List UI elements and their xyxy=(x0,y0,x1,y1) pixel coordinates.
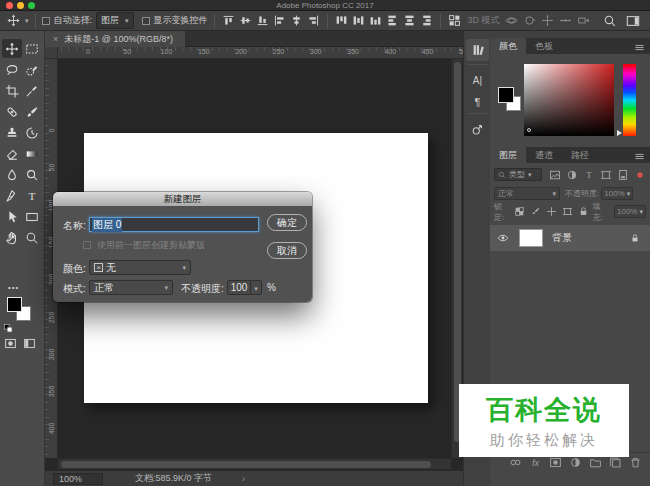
gradient-tool[interactable] xyxy=(22,144,42,163)
move-icon[interactable] xyxy=(7,14,20,27)
history-brush-tool[interactable] xyxy=(22,123,42,142)
show-transform-checkbox[interactable] xyxy=(142,17,150,25)
tab-channels[interactable]: 通道 xyxy=(526,147,562,163)
close-window-button[interactable] xyxy=(6,2,13,9)
clone-stamp-tool[interactable] xyxy=(2,123,22,142)
hue-slider-pointer[interactable] xyxy=(617,130,622,136)
type-tool[interactable]: T xyxy=(22,186,42,205)
spot-heal-tool[interactable] xyxy=(2,102,22,121)
path-select-tool[interactable] xyxy=(2,207,22,226)
dodge-tool[interactable] xyxy=(22,165,42,184)
marquee-tool[interactable] xyxy=(22,39,42,58)
threed-camera-icon[interactable] xyxy=(576,13,591,28)
smart-filter-icon[interactable] xyxy=(616,168,629,181)
distribute-right-icon[interactable] xyxy=(419,13,434,28)
layer-visibility-eye-icon[interactable] xyxy=(497,232,509,244)
layer-group-icon[interactable] xyxy=(589,456,602,469)
lock-transparent-icon[interactable] xyxy=(514,206,526,218)
zoom-window-button[interactable] xyxy=(28,2,35,9)
lock-paint-icon[interactable] xyxy=(530,206,542,218)
align-horizontal-centers-icon[interactable] xyxy=(289,13,304,28)
eraser-tool[interactable] xyxy=(2,144,22,163)
hue-slider[interactable] xyxy=(623,64,636,136)
filter-toggle-icon[interactable] xyxy=(633,168,646,181)
foreground-color-swatch[interactable] xyxy=(7,297,22,312)
align-top-edges-icon[interactable] xyxy=(221,13,236,28)
panel-paragraph-button[interactable]: ¶ xyxy=(466,91,489,113)
panel-clone-source-button[interactable] xyxy=(466,119,489,141)
pen-tool[interactable] xyxy=(2,186,22,205)
quick-select-tool[interactable] xyxy=(22,60,42,79)
panel-character-button[interactable]: A| xyxy=(466,69,489,91)
close-tab-icon[interactable]: × xyxy=(53,34,58,44)
panel-libraries-button[interactable] xyxy=(466,39,489,61)
brush-tool[interactable] xyxy=(22,102,42,121)
layer-opacity-field[interactable]: 100% ▾ xyxy=(601,187,633,200)
align-left-edges-icon[interactable] xyxy=(272,13,287,28)
horizontal-scrollbar-thumb[interactable] xyxy=(61,461,431,468)
shape-filter-icon[interactable] xyxy=(599,168,612,181)
edit-toolbar-dots[interactable]: ••• xyxy=(8,283,19,292)
adjust-filter-icon[interactable] xyxy=(565,168,578,181)
layer-styles-icon[interactable]: fx xyxy=(529,456,542,469)
hand-tool[interactable] xyxy=(2,228,22,247)
color-panel-menu-icon[interactable] xyxy=(634,42,645,53)
align-right-edges-icon[interactable] xyxy=(306,13,321,28)
adjustment-layer-icon[interactable] xyxy=(569,456,582,469)
dialog-title[interactable]: 新建图层 xyxy=(53,192,312,206)
horizontal-scrollbar[interactable] xyxy=(58,458,451,469)
search-icon[interactable] xyxy=(602,13,617,28)
link-layers-icon[interactable] xyxy=(509,456,522,469)
clipping-mask-checkbox[interactable] xyxy=(83,241,91,249)
distribute-hcenter-icon[interactable] xyxy=(402,13,417,28)
type-filter-icon[interactable]: T xyxy=(582,168,595,181)
lock-move-icon[interactable] xyxy=(546,206,558,218)
zoom-tool[interactable] xyxy=(22,228,42,247)
tab-color[interactable]: 颜色 xyxy=(490,38,526,54)
align-vertical-centers-icon[interactable] xyxy=(238,13,253,28)
distribute-left-icon[interactable] xyxy=(385,13,400,28)
shape-tool[interactable] xyxy=(22,207,42,226)
blend-mode-dropdown[interactable]: 正常 ▾ xyxy=(494,187,560,200)
threed-roll-icon[interactable] xyxy=(522,13,537,28)
blend-mode-dialog-dropdown[interactable]: 正常 ▾ xyxy=(89,280,173,295)
default-colors-icon[interactable] xyxy=(4,324,13,333)
tool-preset-chevron-icon[interactable]: ▾ xyxy=(25,17,29,25)
opacity-chevron-icon[interactable]: ▾ xyxy=(251,280,262,295)
quick-mask-icon[interactable] xyxy=(4,337,17,350)
horizontal-ruler[interactable]: 050100150200250300350400450500 xyxy=(58,47,463,59)
layer-mask-icon[interactable] xyxy=(549,456,562,469)
cancel-button[interactable]: 取消 xyxy=(267,242,307,259)
status-chevron-icon[interactable]: › xyxy=(242,474,245,484)
ok-button[interactable]: 确定 xyxy=(267,214,307,231)
layer-thumbnail[interactable] xyxy=(519,229,543,247)
auto-select-checkbox[interactable] xyxy=(42,17,50,25)
lock-artboard-icon[interactable] xyxy=(562,206,574,218)
workspace-icon[interactable] xyxy=(625,13,640,28)
color-foreground-swatch[interactable] xyxy=(498,87,514,103)
lasso-tool[interactable] xyxy=(2,60,22,79)
crop-tool[interactable] xyxy=(2,81,22,100)
layer-name-input[interactable]: 图层 0 xyxy=(89,217,259,232)
layer-filter-search[interactable]: 类型 ▾ xyxy=(494,168,542,181)
zoom-level-field[interactable]: 100% xyxy=(53,473,103,485)
blur-tool[interactable] xyxy=(2,165,22,184)
ruler-origin-corner[interactable] xyxy=(45,47,58,59)
saturation-brightness-field[interactable] xyxy=(524,64,614,136)
default-colors-icon[interactable] xyxy=(4,324,13,333)
align-bottom-edges-icon[interactable] xyxy=(255,13,270,28)
threed-pan-icon[interactable] xyxy=(540,13,555,28)
screen-mode-icon[interactable] xyxy=(23,337,36,350)
minimize-window-button[interactable] xyxy=(17,2,24,9)
auto-select-dropdown[interactable]: 图层 ▾ xyxy=(96,12,134,29)
distribute-vcenter-icon[interactable] xyxy=(351,13,366,28)
color-field-cursor[interactable] xyxy=(526,127,532,133)
eyedropper-tool[interactable] xyxy=(22,81,42,100)
pixel-filter-icon[interactable] xyxy=(548,168,561,181)
tab-layers[interactable]: 图层 xyxy=(490,147,526,163)
document-tab[interactable]: × 未标题-1 @ 100%(RGB/8*) xyxy=(45,31,185,47)
lock-all-icon[interactable] xyxy=(578,206,590,218)
distribute-bottom-icon[interactable] xyxy=(368,13,383,28)
tab-paths[interactable]: 路径 xyxy=(562,147,598,163)
tab-swatches[interactable]: 色板 xyxy=(526,38,562,54)
